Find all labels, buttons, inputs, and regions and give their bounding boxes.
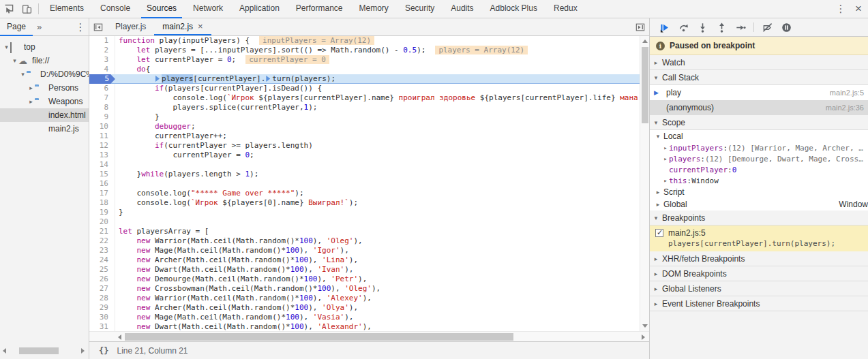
code-text[interactable]: console.log(`Игрок ${players[0].name} Вы… [115,198,640,208]
breakpoint-entry[interactable]: main2.js:5players[currentPlayer].turn(pl… [650,225,868,251]
code-text[interactable]: new Dwart(Math.ceil(Math.random()*100), … [115,265,640,275]
code-text[interactable]: }while(players.length > 1); [115,170,640,179]
line-number[interactable]: 1 [89,36,115,46]
more-tabs-icon[interactable]: » [33,22,46,32]
expander-open-icon[interactable]: ▾ [3,44,10,50]
deactivate-breakpoints-button[interactable] [760,20,775,35]
code-text[interactable]: let playersArray = [ [115,227,640,236]
step-into-button[interactable] [695,20,710,35]
tab-page[interactable]: Page [0,18,33,36]
scroll-right-icon[interactable] [81,348,85,354]
tab-sources[interactable]: Sources [141,0,182,18]
device-toolbar-icon[interactable] [18,0,35,18]
expander-closed-icon[interactable]: ▸ [662,177,669,184]
scope-group-script[interactable]: ▸Script [650,186,868,198]
tab-adblock-plus[interactable]: Adblock Plus [485,0,543,18]
line-number[interactable]: 28 [89,294,115,303]
tab-network[interactable]: Network [188,0,228,18]
section-header-call-stack[interactable]: ▾Call Stack [650,70,868,85]
line-number[interactable]: 24 [89,255,115,265]
code-text[interactable]: function play(inputPlayers) {inputPlayer… [115,36,640,46]
editor-vscrollbar[interactable] [640,36,649,331]
scope-group-local[interactable]: ▾Local [650,130,868,142]
line-number[interactable]: 17 [89,189,115,198]
line-number[interactable]: 5 [89,74,115,84]
line-number[interactable]: 3 [89,55,115,65]
tab-audits[interactable]: Audits [445,0,479,18]
section-header-breakpoints[interactable]: ▾Breakpoints [650,210,868,225]
kebab-menu-icon[interactable]: ⋮ [833,3,849,15]
line-number[interactable]: 6 [89,84,115,93]
code-text[interactable]: if(currentPlayer >= players.length) [115,141,640,151]
expander-closed-icon[interactable]: ▸ [662,144,669,151]
section-header-dom-breakpoints[interactable]: ▸DOM Breakpoints [650,266,868,281]
line-number[interactable]: 4 [89,65,115,74]
line-number[interactable]: 23 [89,246,115,255]
line-number[interactable]: 21 [89,227,115,236]
scroll-right-icon[interactable] [642,334,645,340]
section-header-scope[interactable]: ▾Scope [650,115,868,130]
tree-item-file-[interactable]: ▾☁file:// [0,54,89,67]
expander-closed-icon[interactable]: ▸ [27,84,35,91]
step-button[interactable] [733,20,748,35]
breakpoint-checkbox[interactable] [655,229,663,237]
tab-performance[interactable]: Performance [290,0,348,18]
tab-memory[interactable]: Memory [354,0,394,18]
section-header-xhr-fetch-breakpoints[interactable]: ▸XHR/fetch Breakpoints [650,251,868,266]
code-text[interactable]: new Archer(Math.ceil(Math.random()*100),… [115,255,640,265]
line-number[interactable]: 18 [89,198,115,208]
code-area[interactable]: 1function play(inputPlayers) {inputPlaye… [89,36,649,331]
line-number[interactable]: 31 [89,322,115,331]
scope-var-inputplayers[interactable]: ▸inputPlayers: (12) [Warrior, Mage, Arch… [650,142,868,153]
code-text[interactable]: if(players[currentPlayer].isDead()) { [115,84,640,93]
tab-application[interactable]: Application [234,0,285,18]
scrollbar-thumb[interactable] [642,47,648,123]
tab-console[interactable]: Console [95,0,136,18]
code-text[interactable]: new Crossbowman(Math.ceil(Math.random()*… [115,284,640,294]
line-number[interactable]: 30 [89,313,115,322]
line-number[interactable]: 15 [89,170,115,179]
line-number[interactable]: 2 [89,46,115,55]
scrollbar-thumb[interactable] [19,347,59,354]
navigator-kebab-icon[interactable]: ⋮ [72,21,89,33]
code-text[interactable]: new Mage(Math.ceil(Math.random()*100), '… [115,246,640,255]
step-out-button[interactable] [714,20,729,35]
hide-debugger-icon[interactable] [631,18,649,35]
code-text[interactable]: console.log("***** Game over *****"); [115,189,640,198]
code-text[interactable]: new Demourge(Math.ceil(Math.random()*100… [115,275,640,284]
code-text[interactable]: new Warrior(Math.ceil(Math.random()*100)… [115,294,640,303]
code-text[interactable]: new Mage(Math.ceil(Math.random()*100), '… [115,313,640,322]
inspect-icon[interactable] [0,0,18,18]
scope-var-this[interactable]: ▸this: Window [650,175,868,186]
pause-on-exceptions-button[interactable] [779,20,794,35]
sidebar-hscrollbar[interactable] [0,346,89,356]
tree-item-weapons[interactable]: ▸Weapons [0,95,89,108]
line-number[interactable]: 12 [89,141,115,151]
scroll-down-icon[interactable] [642,324,648,328]
expander-open-icon[interactable]: ▾ [19,71,27,78]
tree-item-main2-js[interactable]: main2.js [0,122,89,136]
section-header-event-listener-breakpoints[interactable]: ▸Event Listener Breakpoints [650,296,868,311]
line-number[interactable]: 9 [89,112,115,122]
scope-group-global[interactable]: ▸GlobalWindow [650,198,868,210]
line-number[interactable]: 13 [89,151,115,160]
scroll-left-icon[interactable] [3,348,6,354]
hide-navigator-icon[interactable] [89,18,107,35]
section-header-global-listeners[interactable]: ▸Global Listeners [650,281,868,296]
code-text[interactable] [115,217,640,227]
tab-elements[interactable]: Elements [44,0,89,18]
tree-item-index-html[interactable]: index.html [0,108,89,122]
line-number[interactable]: 26 [89,275,115,284]
tree-item-top[interactable]: ▾top [0,40,89,54]
code-text[interactable]: } [115,112,640,122]
tab-security[interactable]: Security [400,0,440,18]
code-text[interactable]: currentPlayer = 0; [115,151,640,160]
code-text[interactable]: new Archer(Math.ceil(Math.random()*100),… [115,303,640,313]
scroll-up-icon[interactable] [642,40,648,43]
code-text[interactable]: do{ [115,65,640,74]
line-number[interactable]: 10 [89,122,115,131]
section-header-watch[interactable]: ▸Watch [650,55,868,70]
file-tab-main2-js[interactable]: main2.js× [154,18,211,35]
code-text[interactable]: console.log(`Игрок ${players[currentPlay… [115,93,640,103]
code-text[interactable]: players.splice(currentPlayer,1); [115,103,640,112]
